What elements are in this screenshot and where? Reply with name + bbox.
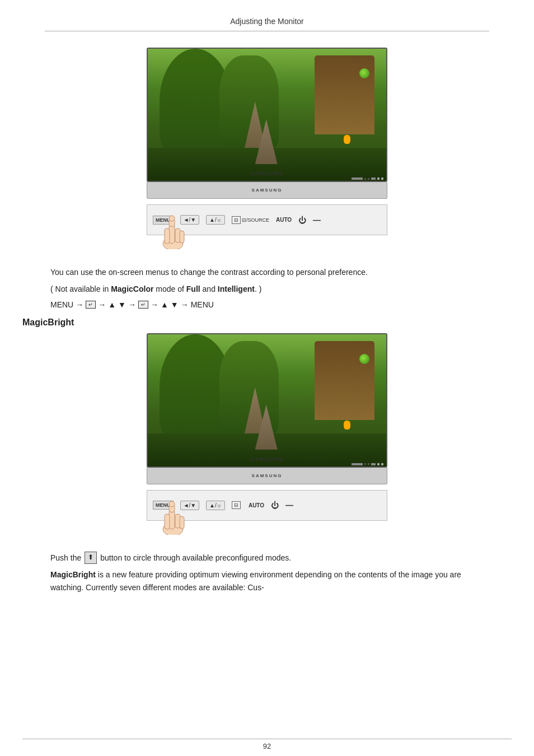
- monitor-image-1: SAMSUNG SAMSUNG: [147, 48, 387, 199]
- nav-down-1: ▼: [118, 300, 126, 309]
- nav-menu-end: MENU: [191, 300, 214, 309]
- hand-cursor-2: [159, 498, 187, 536]
- ctrl-btn2-2: ▲/☼: [206, 501, 225, 510]
- ctrl-auto-2: AUTO: [249, 502, 264, 508]
- menu-nav: MENU → ↵ → ▲ ▼ → ↵ → ▲ ▼ → MENU: [50, 300, 484, 309]
- ctrl-auto-1: AUTO: [276, 217, 292, 223]
- svg-point-13: [169, 501, 175, 507]
- magiccolor-bold: MagicColor: [111, 284, 153, 293]
- note-prefix: ( Not available in: [50, 284, 111, 293]
- note-suffix: . ): [255, 284, 261, 293]
- body-text-1: You can use the on-screen menus to chang…: [50, 266, 484, 278]
- push-icon: ⬆: [85, 552, 97, 564]
- page-title: Adjusting the Monitor: [0, 17, 534, 26]
- monitor-screen-1: SAMSUNG: [147, 48, 387, 182]
- ctrl-source-2: ⊟: [232, 501, 242, 509]
- nav-enter-2: ↵: [138, 301, 148, 309]
- note-and: and: [200, 284, 218, 293]
- bottom-divider: [22, 739, 512, 739]
- ctrl-btn2-1: ▲/☼: [206, 215, 225, 225]
- ctrl-source-1: ⊟ ⊟/SOURCE: [232, 216, 269, 224]
- ctrl-power-1: ⏻: [298, 216, 306, 225]
- brand-label-2: SAMSUNG: [252, 473, 283, 478]
- svg-rect-4: [180, 231, 184, 243]
- svg-point-6: [169, 216, 175, 221]
- nav-menu: MENU: [50, 300, 73, 309]
- hand-cursor-1: [159, 213, 187, 251]
- intelligent-bold: Intelligent: [218, 284, 255, 293]
- page-number: 92: [0, 742, 534, 750]
- monitor-base-2: SAMSUNG: [147, 468, 387, 484]
- ctrl-minus-1: —: [313, 216, 321, 225]
- nav-arrow-4: →: [151, 300, 158, 309]
- nav-arrow-2: →: [98, 300, 106, 309]
- content-area: SAMSUNG SAMSUNG MENU: [22, 36, 512, 598]
- push-suffix: button to circle through available preco…: [100, 552, 291, 564]
- push-prefix: Push the: [50, 552, 81, 564]
- nav-arrow-3: →: [128, 300, 136, 309]
- note-mid: mode of: [153, 284, 186, 293]
- section-heading-magicbright: MagicBright: [22, 318, 489, 328]
- brand-label-1: SAMSUNG: [252, 188, 283, 193]
- magicbright-bold: MagicBright: [50, 570, 96, 579]
- ctrl-minus-2: —: [285, 501, 293, 510]
- nav-arrow-1: →: [76, 300, 83, 309]
- control-bar-2-wrapper: MENU ◄/▼ ▲/☼ ⊟ AUTO ⏻ —: [147, 490, 387, 521]
- monitor-image-2: SAMSUNG SAMSUNG: [147, 333, 387, 484]
- full-bold: Full: [186, 284, 200, 293]
- body-text-note: ( Not available in MagicColor mode of Fu…: [50, 283, 484, 295]
- page-container: Adjusting the Monitor SAMSUNG: [0, 0, 534, 756]
- magicbright-body: is a new feature providing optimum viewi…: [50, 570, 461, 591]
- nav-down-2: ▼: [171, 300, 179, 309]
- control-bar-1-wrapper: MENU ◄/▼ ▲/☼ ⊟ ⊟/SOURCE AUTO ⏻ —: [147, 204, 387, 235]
- nav-up-1: ▲: [108, 300, 116, 309]
- ctrl-power-2: ⏻: [271, 501, 279, 510]
- svg-rect-9: [165, 514, 170, 529]
- nav-arrow-5: →: [181, 300, 189, 309]
- push-text: Push the ⬆ button to circle through avai…: [50, 552, 484, 564]
- nav-up-2: ▲: [161, 300, 168, 309]
- samsung-logo-1: SAMSUNG: [250, 171, 284, 176]
- top-divider: [45, 31, 489, 31]
- monitor-screen-2: SAMSUNG: [147, 333, 387, 468]
- svg-rect-2: [165, 228, 170, 244]
- svg-rect-11: [180, 516, 184, 529]
- samsung-logo-2: SAMSUNG: [250, 456, 284, 462]
- magicbright-desc: MagicBright is a new feature providing o…: [50, 568, 484, 594]
- monitor-base-1: SAMSUNG: [147, 182, 387, 199]
- nav-enter-1: ↵: [86, 301, 96, 309]
